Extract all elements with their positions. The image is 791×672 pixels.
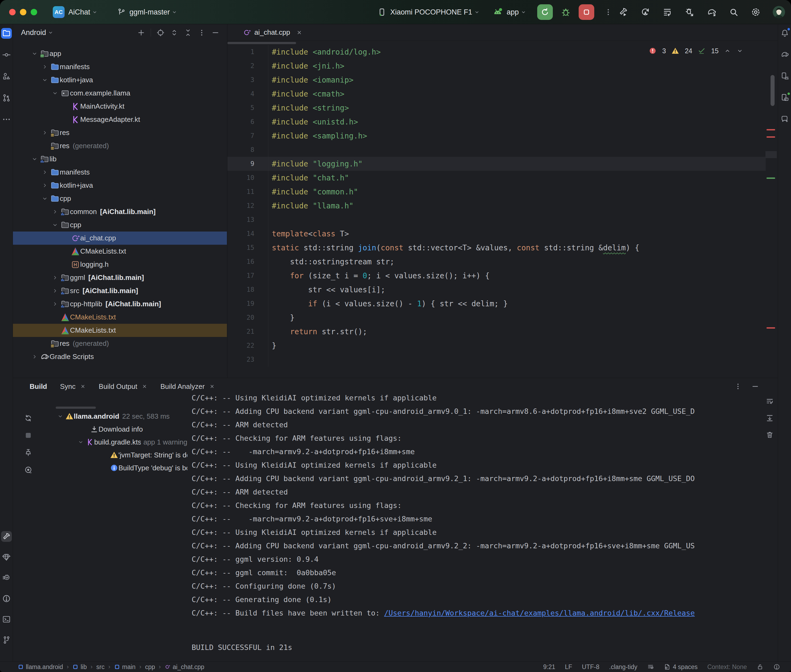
run-config-selector[interactable]: app: [507, 8, 519, 16]
settings-gear-icon[interactable]: [751, 7, 761, 17]
tree-item-src[interactable]: src[AiChat.lib.main]: [13, 284, 227, 298]
build-output-link[interactable]: /Users/hanyin/Workspace/ai-chat/examples…: [384, 609, 695, 617]
build-window-title[interactable]: Build: [30, 382, 47, 391]
stop-app-button[interactable]: [579, 4, 594, 20]
tree-item-manifests[interactable]: manifests: [13, 166, 227, 179]
build-tree-item[interactable]: Download info: [13, 423, 187, 436]
tree-item-cmakelists-txt[interactable]: CMakeLists.txt: [13, 245, 227, 258]
user-avatar[interactable]: [773, 6, 785, 18]
chevron-right-icon[interactable]: [39, 179, 50, 192]
tree-item-common[interactable]: common[AiChat.lib.main]: [13, 205, 227, 218]
running-devices-icon[interactable]: [780, 92, 790, 103]
tree-item-lib[interactable]: lib: [13, 152, 227, 166]
close-icon[interactable]: [296, 29, 303, 36]
status-context-none[interactable]: Context: None: [707, 663, 747, 670]
status-lf[interactable]: LF: [565, 663, 572, 670]
apply-changes-icon[interactable]: [640, 7, 650, 17]
soft-wrap-icon[interactable]: [765, 397, 774, 407]
vcs-branch-widget[interactable]: ggml-master: [117, 8, 177, 16]
breadcrumb-llama-android[interactable]: llama.android: [18, 663, 63, 670]
error-stripe-mark[interactable]: [767, 327, 775, 329]
build-scrollbar-thumb[interactable]: [56, 406, 96, 409]
close-icon[interactable]: [209, 384, 215, 389]
chevron-right-icon[interactable]: [29, 350, 40, 363]
tree-item-com-example-llama[interactable]: com.example.llama: [13, 86, 227, 100]
chevron-down-icon[interactable]: [39, 74, 50, 86]
breadcrumb-main[interactable]: main: [114, 663, 136, 670]
build-tab-build-output[interactable]: Build Output: [99, 382, 148, 391]
chevron-down-icon[interactable]: [55, 413, 65, 419]
status-formatter-icon[interactable]: [647, 663, 654, 670]
scroll-to-end-icon[interactable]: [765, 414, 774, 424]
quality-insights-gem-icon[interactable]: [1, 552, 12, 563]
tree-item-app[interactable]: app: [13, 47, 227, 60]
debug-bug-icon[interactable]: [560, 7, 571, 18]
breadcrumb-lib[interactable]: lib: [72, 663, 87, 670]
tree-item-res[interactable]: res(generated): [13, 337, 227, 350]
chevron-down-icon[interactable]: [29, 152, 40, 166]
tree-item-gradle-scripts[interactable]: Gradle Scripts: [13, 350, 227, 363]
chevron-down-icon[interactable]: [39, 192, 50, 205]
clear-all-icon[interactable]: [765, 430, 774, 440]
more-run-actions-icon[interactable]: [604, 8, 613, 16]
tree-item-messageadapter-kt[interactable]: MessageAdapter.kt: [13, 113, 227, 126]
gradle-sync-icon[interactable]: [706, 7, 717, 17]
notifications-bell-icon[interactable]: [780, 28, 790, 38]
tree-item-ggml[interactable]: ggml[AiChat.lib.main]: [13, 271, 227, 284]
chevron-right-icon[interactable]: [50, 205, 60, 218]
inspections-widget[interactable]: 3 24 15: [649, 47, 743, 55]
hide-minus-icon[interactable]: [751, 382, 759, 390]
editor-scrollbar-thumb[interactable]: [770, 75, 775, 106]
error-stripe-mark[interactable]: [767, 129, 775, 130]
status-utf-8[interactable]: UTF-8: [582, 663, 599, 670]
tree-item-cpp[interactable]: cpp: [13, 192, 227, 205]
close-window-button[interactable]: [9, 9, 16, 15]
previous-problem-icon[interactable]: [724, 47, 731, 54]
search-everywhere-icon[interactable]: [728, 7, 739, 17]
breadcrumb-src[interactable]: src: [96, 663, 105, 670]
gradle-elephant-icon[interactable]: [780, 49, 790, 60]
more-icon[interactable]: [1, 114, 12, 125]
chevron-down-icon[interactable]: [50, 218, 60, 232]
logcat-cat-icon[interactable]: [1, 573, 12, 583]
chevron-right-icon[interactable]: [39, 60, 50, 74]
rerun-app-button[interactable]: [537, 4, 553, 20]
chevron-right-icon[interactable]: [50, 271, 60, 284]
tree-item-cmakelists-txt[interactable]: CMakeLists.txt: [13, 324, 227, 337]
status-unlock-icon[interactable]: [757, 663, 764, 670]
close-icon[interactable]: [141, 384, 148, 389]
tree-item-logging-h[interactable]: logging.h: [13, 258, 227, 271]
build-tree-item[interactable]: 'jvmTarget: String' is deprec: [13, 448, 187, 461]
tree-item-kotlin-java[interactable]: kotlin+java: [13, 74, 227, 86]
device-selector[interactable]: Xiaomi POCOPHONE F1: [390, 8, 472, 16]
options-kebab-icon[interactable]: [734, 382, 742, 390]
error-stripe-mark[interactable]: [767, 178, 775, 179]
tree-item-kotlin-java[interactable]: kotlin+java: [13, 179, 227, 192]
recent-actions-icon[interactable]: [663, 7, 672, 17]
pull-requests-icon[interactable]: [1, 93, 12, 103]
build-tree-item[interactable]: BuildType 'debug' is both de: [13, 461, 187, 474]
editor-scrollbar-thumb-horizontal[interactable]: [228, 42, 296, 44]
project-name[interactable]: AiChat: [68, 8, 90, 16]
build-tree-item[interactable]: llama.android: fin22 sec, 583 ms: [13, 410, 187, 423]
error-stripe-mark[interactable]: [767, 136, 775, 138]
terminal-icon[interactable]: [1, 614, 12, 625]
minimize-window-button[interactable]: [20, 9, 26, 15]
breadcrumb-ai-chat-cpp[interactable]: ai_chat.cpp: [164, 663, 204, 670]
version-control-icon[interactable]: [1, 635, 12, 645]
chevron-right-icon[interactable]: [50, 284, 60, 298]
status-inspections-widget-icon[interactable]: [773, 663, 780, 670]
chevron-right-icon[interactable]: [50, 298, 60, 310]
chevron-down-icon[interactable]: [50, 86, 60, 100]
tree-item-res[interactable]: res(generated): [13, 139, 227, 152]
build-tab-build-analyzer[interactable]: Build Analyzer: [160, 382, 215, 391]
structure-icon[interactable]: [1, 71, 12, 82]
project-folder-icon[interactable]: [1, 28, 12, 39]
tree-item-cpp-httplib[interactable]: cpp-httplib[AiChat.lib.main]: [13, 298, 227, 310]
tree-item-ai-chat-cpp[interactable]: ai_chat.cpp: [13, 232, 227, 245]
build-hammer-icon[interactable]: [1, 531, 12, 542]
chevron-right-icon[interactable]: [39, 126, 50, 139]
tree-item-cmakelists-txt[interactable]: CMakeLists.txt: [13, 310, 227, 324]
editor-tab-ai-chat-cpp[interactable]: ai_chat.cpp: [228, 24, 310, 41]
device-manager-icon[interactable]: [780, 71, 790, 82]
